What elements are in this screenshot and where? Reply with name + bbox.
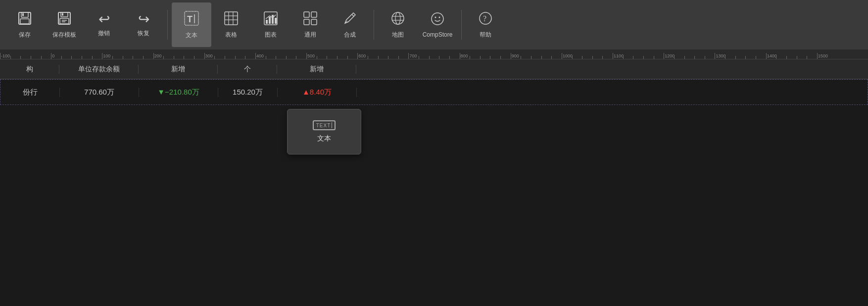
compstore-button[interactable]: CompStore	[418, 2, 457, 47]
map-label: 地图	[392, 31, 404, 39]
svg-point-33	[432, 13, 443, 25]
compstore-tool-icon	[430, 11, 445, 28]
save-template-button[interactable]: 保存模板	[45, 2, 84, 47]
ruler-minor-tick	[143, 56, 144, 59]
ruler-minor-tick	[266, 56, 266, 59]
ruler-minor-tick	[368, 56, 368, 59]
ruler-minor-tick	[480, 56, 481, 59]
cell-branch: 份行	[0, 88, 60, 97]
map-button[interactable]: 地图	[378, 2, 418, 47]
ruler-minor-tick	[429, 56, 430, 59]
svg-rect-20	[269, 17, 271, 24]
ruler-tick: 300	[204, 53, 205, 59]
ruler-minor-tick	[41, 56, 42, 59]
ruler-tick: 400	[255, 53, 256, 59]
text-tool-icon: T	[184, 10, 199, 28]
chart-button[interactable]: 图表	[251, 2, 290, 47]
ruler-minor-tick	[10, 56, 11, 59]
ruler-minor-tick	[449, 56, 450, 59]
ruler-minor-tick	[112, 56, 113, 59]
divider-1	[167, 10, 168, 40]
text-button[interactable]: T 文本	[172, 2, 211, 47]
svg-rect-23	[304, 12, 309, 17]
general-button[interactable]: 通用	[290, 2, 330, 47]
ruler-tick: 600	[357, 53, 358, 59]
text-cursor-icon	[332, 122, 332, 128]
text-icon-label: TEXT	[316, 123, 331, 128]
map-tool-icon	[390, 11, 405, 28]
undo-button[interactable]: ↩ 撤销	[84, 2, 124, 47]
help-label: 帮助	[480, 31, 491, 39]
text-dropdown-item[interactable]: TEXT 文本	[288, 114, 361, 149]
ruler-minor-tick	[654, 56, 654, 59]
ruler-minor-tick	[531, 56, 531, 59]
ruler-minor-tick	[184, 56, 184, 59]
ruler-minor-tick	[235, 56, 236, 59]
ruler-minor-tick	[582, 56, 582, 59]
svg-point-34	[435, 17, 436, 18]
ruler-minor-tick	[470, 56, 470, 59]
ruler-minor-tick	[500, 56, 501, 59]
save-button[interactable]: 保存	[5, 2, 45, 47]
svg-rect-3	[22, 13, 24, 16]
ruler-minor-tick	[388, 56, 388, 59]
ruler-minor-tick	[725, 56, 725, 59]
chart-label: 图表	[265, 31, 277, 39]
compose-button[interactable]: 合成	[330, 2, 370, 47]
ruler-minor-tick	[674, 56, 675, 59]
general-label: 通用	[304, 31, 316, 39]
help-button[interactable]: ? 帮助	[466, 2, 505, 47]
ruler-minor-tick	[82, 56, 82, 59]
table-header: 构 单位存款余额 新增 个 新增	[0, 59, 868, 79]
chart-tool-icon	[263, 11, 278, 28]
svg-rect-22	[275, 18, 277, 24]
ruler-minor-tick	[317, 56, 317, 59]
compose-label: 合成	[344, 31, 356, 39]
cell-individual-balance: 150.20万	[218, 88, 278, 97]
ruler-minor-tick	[623, 56, 624, 59]
ruler-minor-tick	[286, 56, 287, 59]
ruler-minor-tick	[756, 56, 756, 59]
ruler-minor-tick	[92, 56, 93, 59]
ruler-tick: 1200	[664, 53, 664, 59]
svg-rect-26	[311, 19, 317, 25]
ruler-minor-tick	[20, 56, 21, 59]
svg-rect-21	[272, 15, 274, 24]
ruler-tick: 1300	[715, 53, 715, 59]
table-button[interactable]: 表格	[211, 2, 251, 47]
text-dropdown-menu: TEXT 文本	[287, 109, 361, 154]
ruler-minor-tick	[133, 56, 133, 59]
ruler-tick: 1400	[766, 53, 767, 59]
ruler-minor-tick	[643, 56, 644, 59]
ruler-minor-tick	[347, 56, 348, 59]
text-dropdown-label: 文本	[317, 134, 331, 143]
redo-label: 恢复	[138, 29, 149, 38]
ruler-tick: 100	[102, 53, 102, 59]
ruler-minor-tick	[327, 56, 327, 59]
ruler-minor-tick	[214, 56, 215, 59]
save-icon	[17, 11, 32, 28]
ruler: -100010020030040050060070080090010001100…	[0, 50, 868, 59]
col-header-type: 构	[0, 65, 59, 74]
text-icon-box: TEXT	[313, 120, 336, 130]
ruler-tick: 200	[153, 53, 154, 59]
svg-rect-24	[311, 12, 317, 17]
ruler-minor-tick	[572, 56, 573, 59]
ruler-minor-tick	[398, 56, 399, 59]
ruler-minor-tick	[337, 56, 338, 59]
ruler-minor-tick	[296, 56, 296, 59]
ruler-tick: 900	[511, 53, 511, 59]
col-header-newadd2: 新增	[277, 65, 356, 74]
ruler-tick: 1100	[613, 53, 613, 59]
ruler-minor-tick	[61, 56, 62, 59]
compose-tool-icon	[342, 11, 357, 28]
ruler-minor-tick	[592, 56, 593, 59]
redo-button[interactable]: ↪ 恢复	[124, 2, 163, 47]
ruler-minor-tick	[694, 56, 695, 59]
svg-rect-7	[62, 13, 63, 15]
toolbar: 保存 保存模板 ↩ 撤销 ↪ 恢复	[0, 0, 868, 50]
ruler-tick: 0	[51, 53, 51, 59]
general-tool-icon	[303, 11, 318, 28]
ruler-minor-tick	[174, 56, 174, 59]
ruler-minor-tick	[194, 56, 194, 59]
